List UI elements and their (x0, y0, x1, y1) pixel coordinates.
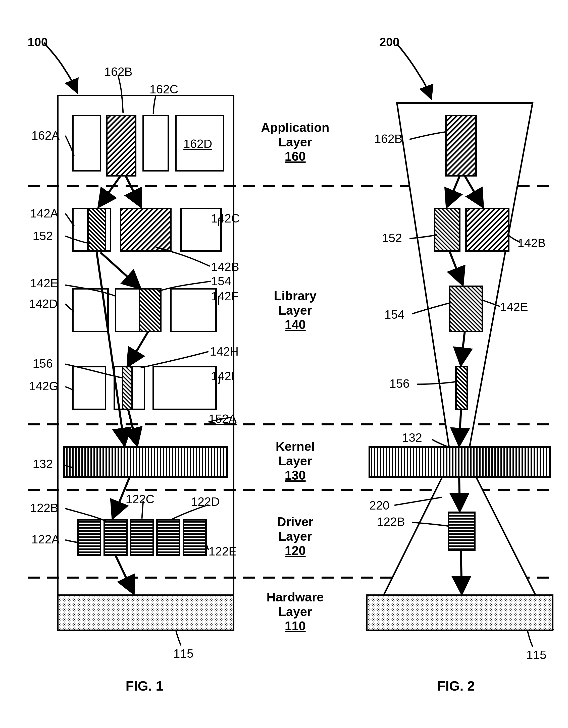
library-layer-title: Library Layer 140 (249, 289, 342, 332)
ref-132-f2: 132 (402, 431, 422, 444)
svg-rect-15 (107, 116, 136, 176)
svg-line-59 (461, 550, 462, 593)
svg-rect-46 (435, 208, 460, 251)
svg-rect-30 (64, 447, 227, 477)
ref-122d: 122D (191, 495, 220, 509)
ref-156: 156 (33, 357, 53, 370)
driver-layer-ref: 120 (249, 544, 342, 558)
driver-layer-l1: Driver (249, 515, 342, 529)
kernel-layer-l2: Layer (249, 454, 342, 469)
svg-rect-29 (153, 367, 216, 409)
kernel-layer-l1: Kernel (249, 439, 342, 454)
ref-115-fig1: 115 (173, 647, 193, 660)
ref-142e: 142E (30, 276, 58, 290)
svg-rect-24 (139, 289, 161, 331)
svg-rect-36 (58, 595, 233, 630)
ref-142b: 142B (211, 260, 239, 274)
ref-142i: 142I (211, 369, 234, 383)
svg-rect-50 (369, 447, 550, 477)
svg-rect-49 (456, 367, 467, 409)
svg-rect-47 (466, 208, 509, 251)
library-layer-l1: Library (249, 289, 342, 303)
ref-142g: 142G (29, 379, 58, 393)
ref-152a: 152A (208, 412, 237, 426)
library-layer-l2: Layer (249, 303, 342, 318)
ref-162b: 162B (104, 65, 132, 79)
fig2-caption: FIG. 2 (437, 678, 475, 694)
svg-rect-51 (448, 512, 475, 550)
application-layer-ref: 160 (249, 149, 342, 164)
svg-rect-20 (121, 208, 171, 251)
svg-rect-32 (104, 520, 127, 555)
ref-142b-f2: 142B (518, 236, 546, 250)
library-layer-ref: 140 (249, 318, 342, 332)
hardware-layer-title: Hardware Layer 110 (249, 590, 342, 634)
ref-122b: 122B (30, 501, 58, 515)
svg-rect-48 (450, 286, 482, 331)
ref-142c: 142C (211, 211, 240, 225)
ref-132: 132 (33, 457, 53, 471)
ref-142e-f2: 142E (500, 300, 528, 314)
ref-122e: 122E (208, 544, 237, 558)
ref-115-f2: 115 (526, 648, 546, 662)
ref-122a: 122A (31, 532, 60, 546)
driver-layer-l2: Layer (249, 529, 342, 544)
svg-rect-14 (73, 116, 100, 171)
svg-rect-52 (367, 595, 553, 630)
hardware-layer-ref: 110 (249, 619, 342, 634)
ref-142d: 142D (29, 297, 58, 311)
ref-122b-f2: 122B (377, 515, 405, 529)
hardware-layer-l1: Hardware (249, 590, 342, 605)
ref-162c: 162C (149, 82, 178, 96)
ref-122c: 122C (126, 492, 154, 506)
ref-152-f2: 152 (382, 231, 402, 245)
ref-162a: 162A (31, 129, 60, 142)
svg-rect-45 (446, 116, 476, 176)
application-layer-title: Application Layer 160 (249, 121, 342, 164)
application-layer-l1: Application (249, 121, 342, 135)
svg-rect-35 (183, 520, 206, 555)
fig1-caption: FIG. 1 (126, 678, 163, 694)
ref-162b-f2: 162B (374, 132, 403, 146)
hardware-layer-l2: Layer (249, 605, 342, 619)
ref-162d: 162D (183, 137, 212, 151)
ref-220: 220 (369, 498, 389, 512)
svg-rect-31 (78, 520, 100, 555)
kernel-layer-ref: 130 (249, 468, 342, 483)
ref-152: 152 (33, 229, 53, 243)
fig2-id: 200 (379, 35, 400, 49)
svg-rect-16 (143, 116, 168, 171)
kernel-layer-title: Kernel Layer 130 (249, 439, 342, 483)
svg-rect-33 (131, 520, 153, 555)
svg-rect-34 (157, 520, 180, 555)
svg-rect-19 (88, 208, 105, 251)
application-layer-l2: Layer (249, 135, 342, 150)
ref-142h: 142H (210, 345, 239, 358)
ref-154-f2: 154 (384, 308, 405, 321)
ref-154: 154 (211, 274, 231, 288)
fig1-id: 100 (28, 35, 48, 49)
ref-142f: 142F (211, 289, 238, 303)
driver-layer-title: Driver Layer 120 (249, 515, 342, 558)
ref-142a: 142A (30, 206, 58, 220)
svg-rect-25 (171, 289, 216, 331)
svg-line-58 (459, 477, 460, 510)
ref-156-f2: 156 (389, 377, 410, 390)
svg-rect-28 (123, 367, 132, 409)
